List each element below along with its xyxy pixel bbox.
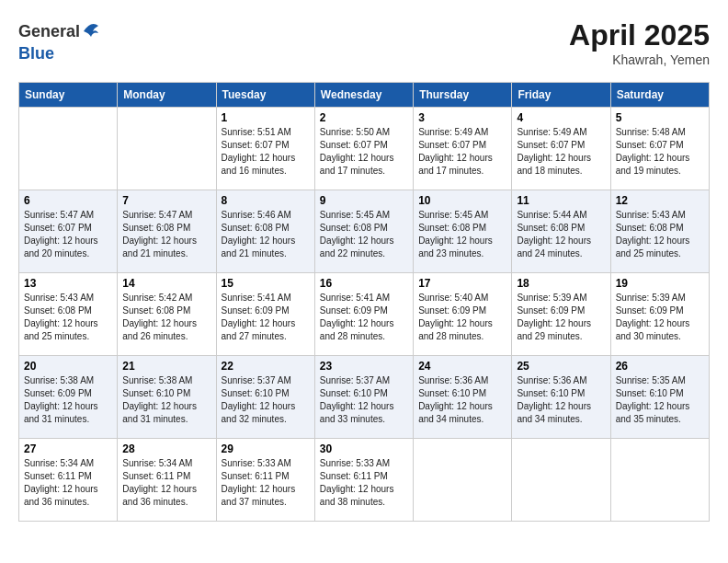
day-cell-13: 13Sunrise: 5:43 AM Sunset: 6:08 PM Dayli… <box>19 273 118 356</box>
week-row-2: 6Sunrise: 5:47 AM Sunset: 6:07 PM Daylig… <box>19 190 710 273</box>
day-cell-27: 27Sunrise: 5:34 AM Sunset: 6:11 PM Dayli… <box>19 439 118 522</box>
weekday-header-saturday: Saturday <box>610 83 709 108</box>
day-info: Sunrise: 5:34 AM Sunset: 6:11 PM Dayligh… <box>24 457 112 509</box>
day-info: Sunrise: 5:51 AM Sunset: 6:07 PM Dayligh… <box>222 126 310 178</box>
day-cell-23: 23Sunrise: 5:37 AM Sunset: 6:10 PM Dayli… <box>314 356 413 439</box>
day-info: Sunrise: 5:42 AM Sunset: 6:08 PM Dayligh… <box>122 292 210 343</box>
week-row-3: 13Sunrise: 5:43 AM Sunset: 6:08 PM Dayli… <box>19 273 710 356</box>
day-cell-16: 16Sunrise: 5:41 AM Sunset: 6:09 PM Dayli… <box>314 273 413 356</box>
empty-cell <box>610 439 709 522</box>
empty-cell <box>414 439 512 522</box>
day-cell-4: 4Sunrise: 5:49 AM Sunset: 6:07 PM Daylig… <box>512 108 610 190</box>
day-info: Sunrise: 5:38 AM Sunset: 6:10 PM Dayligh… <box>122 374 210 426</box>
day-number: 19 <box>616 277 704 290</box>
day-cell-7: 7Sunrise: 5:47 AM Sunset: 6:08 PM Daylig… <box>118 190 216 273</box>
day-cell-30: 30Sunrise: 5:33 AM Sunset: 6:11 PM Dayli… <box>314 439 413 522</box>
weekday-header-row: SundayMondayTuesdayWednesdayThursdayFrid… <box>19 83 710 108</box>
weekday-header-sunday: Sunday <box>19 83 118 108</box>
day-cell-25: 25Sunrise: 5:36 AM Sunset: 6:10 PM Dayli… <box>512 356 610 439</box>
day-number: 23 <box>320 360 408 373</box>
day-cell-20: 20Sunrise: 5:38 AM Sunset: 6:09 PM Dayli… <box>19 356 118 439</box>
logo-general: General <box>18 22 80 41</box>
day-info: Sunrise: 5:45 AM Sunset: 6:08 PM Dayligh… <box>320 209 408 260</box>
day-number: 4 <box>517 111 605 124</box>
empty-cell <box>19 108 118 190</box>
day-cell-12: 12Sunrise: 5:43 AM Sunset: 6:08 PM Dayli… <box>610 190 709 273</box>
day-info: Sunrise: 5:39 AM Sunset: 6:09 PM Dayligh… <box>517 292 605 343</box>
day-number: 29 <box>222 442 310 455</box>
day-info: Sunrise: 5:47 AM Sunset: 6:07 PM Dayligh… <box>24 209 112 260</box>
week-row-1: 1Sunrise: 5:51 AM Sunset: 6:07 PM Daylig… <box>19 108 710 190</box>
title-block: April 2025 Khawrah, Yemen <box>569 18 710 67</box>
day-info: Sunrise: 5:49 AM Sunset: 6:07 PM Dayligh… <box>517 126 605 178</box>
day-number: 8 <box>222 194 310 207</box>
day-number: 18 <box>517 277 605 290</box>
day-cell-18: 18Sunrise: 5:39 AM Sunset: 6:09 PM Dayli… <box>512 273 610 356</box>
day-number: 12 <box>616 194 704 207</box>
day-number: 17 <box>418 277 506 290</box>
day-number: 5 <box>616 111 704 124</box>
day-number: 20 <box>24 360 112 373</box>
day-number: 7 <box>122 194 210 207</box>
day-cell-1: 1Sunrise: 5:51 AM Sunset: 6:07 PM Daylig… <box>216 108 314 190</box>
day-info: Sunrise: 5:43 AM Sunset: 6:08 PM Dayligh… <box>616 209 704 260</box>
weekday-header-tuesday: Tuesday <box>216 83 314 108</box>
logo: General Blue <box>18 18 100 63</box>
logo-bird-icon <box>82 18 100 44</box>
day-info: Sunrise: 5:36 AM Sunset: 6:10 PM Dayligh… <box>517 374 605 426</box>
day-number: 27 <box>24 442 112 455</box>
day-info: Sunrise: 5:35 AM Sunset: 6:10 PM Dayligh… <box>616 374 704 426</box>
logo-blue: Blue <box>18 44 100 63</box>
calendar-table: SundayMondayTuesdayWednesdayThursdayFrid… <box>18 82 710 522</box>
day-info: Sunrise: 5:38 AM Sunset: 6:09 PM Dayligh… <box>24 374 112 426</box>
day-info: Sunrise: 5:33 AM Sunset: 6:11 PM Dayligh… <box>320 457 408 509</box>
day-info: Sunrise: 5:40 AM Sunset: 6:09 PM Dayligh… <box>418 292 506 343</box>
day-info: Sunrise: 5:46 AM Sunset: 6:08 PM Dayligh… <box>222 209 310 260</box>
day-info: Sunrise: 5:48 AM Sunset: 6:07 PM Dayligh… <box>616 126 704 178</box>
weekday-header-thursday: Thursday <box>414 83 512 108</box>
day-info: Sunrise: 5:33 AM Sunset: 6:11 PM Dayligh… <box>222 457 310 509</box>
location: Khawrah, Yemen <box>569 52 710 67</box>
day-number: 30 <box>320 442 408 455</box>
day-info: Sunrise: 5:41 AM Sunset: 6:09 PM Dayligh… <box>222 292 310 343</box>
day-info: Sunrise: 5:36 AM Sunset: 6:10 PM Dayligh… <box>418 374 506 426</box>
day-number: 28 <box>122 442 210 455</box>
day-number: 9 <box>320 194 408 207</box>
day-cell-6: 6Sunrise: 5:47 AM Sunset: 6:07 PM Daylig… <box>19 190 118 273</box>
day-cell-3: 3Sunrise: 5:49 AM Sunset: 6:07 PM Daylig… <box>414 108 512 190</box>
empty-cell <box>118 108 216 190</box>
day-info: Sunrise: 5:37 AM Sunset: 6:10 PM Dayligh… <box>222 374 310 426</box>
day-number: 6 <box>24 194 112 207</box>
logo-text: General Blue <box>18 18 100 63</box>
day-cell-29: 29Sunrise: 5:33 AM Sunset: 6:11 PM Dayli… <box>216 439 314 522</box>
day-cell-19: 19Sunrise: 5:39 AM Sunset: 6:09 PM Dayli… <box>610 273 709 356</box>
page-header: General Blue April 2025 Khawrah, Yemen <box>18 18 710 67</box>
day-cell-15: 15Sunrise: 5:41 AM Sunset: 6:09 PM Dayli… <box>216 273 314 356</box>
day-cell-21: 21Sunrise: 5:38 AM Sunset: 6:10 PM Dayli… <box>118 356 216 439</box>
weekday-header-friday: Friday <box>512 83 610 108</box>
month-title: April 2025 <box>569 18 710 52</box>
day-info: Sunrise: 5:39 AM Sunset: 6:09 PM Dayligh… <box>616 292 704 343</box>
day-info: Sunrise: 5:43 AM Sunset: 6:08 PM Dayligh… <box>24 292 112 343</box>
day-number: 3 <box>418 111 506 124</box>
weekday-header-wednesday: Wednesday <box>314 83 413 108</box>
week-row-4: 20Sunrise: 5:38 AM Sunset: 6:09 PM Dayli… <box>19 356 710 439</box>
day-info: Sunrise: 5:37 AM Sunset: 6:10 PM Dayligh… <box>320 374 408 426</box>
day-number: 25 <box>517 360 605 373</box>
day-cell-5: 5Sunrise: 5:48 AM Sunset: 6:07 PM Daylig… <box>610 108 709 190</box>
day-cell-26: 26Sunrise: 5:35 AM Sunset: 6:10 PM Dayli… <box>610 356 709 439</box>
day-cell-24: 24Sunrise: 5:36 AM Sunset: 6:10 PM Dayli… <box>414 356 512 439</box>
day-cell-11: 11Sunrise: 5:44 AM Sunset: 6:08 PM Dayli… <box>512 190 610 273</box>
day-number: 14 <box>122 277 210 290</box>
day-cell-10: 10Sunrise: 5:45 AM Sunset: 6:08 PM Dayli… <box>414 190 512 273</box>
empty-cell <box>512 439 610 522</box>
day-info: Sunrise: 5:44 AM Sunset: 6:08 PM Dayligh… <box>517 209 605 260</box>
day-info: Sunrise: 5:49 AM Sunset: 6:07 PM Dayligh… <box>418 126 506 178</box>
day-number: 2 <box>320 111 408 124</box>
day-cell-14: 14Sunrise: 5:42 AM Sunset: 6:08 PM Dayli… <box>118 273 216 356</box>
day-number: 24 <box>418 360 506 373</box>
day-info: Sunrise: 5:45 AM Sunset: 6:08 PM Dayligh… <box>418 209 506 260</box>
day-cell-22: 22Sunrise: 5:37 AM Sunset: 6:10 PM Dayli… <box>216 356 314 439</box>
day-number: 22 <box>222 360 310 373</box>
week-row-5: 27Sunrise: 5:34 AM Sunset: 6:11 PM Dayli… <box>19 439 710 522</box>
